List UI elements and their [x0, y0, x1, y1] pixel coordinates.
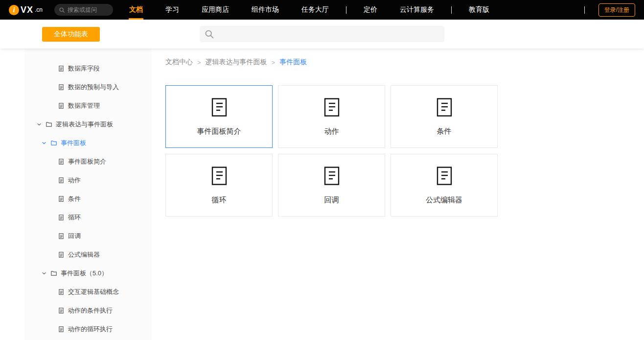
nav-divider [584, 6, 585, 14]
nav-item-2[interactable]: 应用商店 [190, 0, 240, 20]
sidebar-item-label: 循环 [68, 213, 81, 222]
sidebar-item-label: 数据库字段 [68, 64, 100, 73]
nav-divider [346, 6, 346, 14]
nav-item-9[interactable]: 教育版 [458, 0, 501, 20]
card-label: 事件面板简介 [197, 127, 241, 136]
sidebar-doc-item[interactable]: 回调 [24, 227, 152, 245]
nav-item-0[interactable]: 文档 [118, 0, 154, 20]
nav-item-6[interactable]: 定价 [352, 0, 389, 20]
sidebar-tree: 数据库字段数据的预制与导入数据库管理逻辑表达与事件面板事件面板事件面板简介动作条… [24, 59, 152, 339]
sidebar-item-label: 条件 [68, 194, 81, 203]
file-text-icon [436, 97, 453, 117]
search-icon [204, 29, 214, 39]
search-icon [59, 7, 65, 13]
sidebar-doc-item[interactable]: 数据库管理 [24, 97, 152, 115]
sidebar-doc-item[interactable]: 循环 [24, 208, 152, 227]
sidebar-item-label: 事件面板简介 [68, 157, 106, 166]
breadcrumb: 文档中心>逻辑表达与事件面板>事件面板 [165, 58, 307, 67]
doc-icon [58, 195, 65, 202]
breadcrumb-item[interactable]: 逻辑表达与事件面板 [206, 58, 267, 67]
card-label: 公式编辑器 [426, 195, 462, 205]
file-text-icon [323, 166, 340, 186]
doc-card[interactable]: 事件面板简介 [165, 85, 273, 148]
nav-search-input[interactable] [68, 6, 109, 13]
card-label: 动作 [324, 127, 339, 136]
sidebar: 数据库字段数据的预制与导入数据库管理逻辑表达与事件面板事件面板事件面板简介动作条… [24, 49, 152, 340]
content-area: 数据库字段数据的预制与导入数据库管理逻辑表达与事件面板事件面板事件面板简介动作条… [0, 49, 644, 340]
doc-icon [58, 84, 65, 91]
logo-brand-text: VX [21, 5, 33, 15]
doc-icon [58, 102, 65, 109]
doc-icon [58, 233, 65, 240]
doc-icon [58, 289, 65, 295]
sidebar-doc-item[interactable]: 数据库字段 [24, 59, 152, 78]
sidebar-item-label: 公式编辑器 [68, 250, 100, 259]
doc-icon [58, 158, 65, 165]
doc-icon [58, 65, 65, 72]
nav-item-1[interactable]: 学习 [154, 0, 190, 20]
sidebar-doc-item[interactable]: 动作的条件执行 [24, 301, 152, 320]
sidebar-folder-item[interactable]: 事件面板 [24, 134, 152, 152]
doc-icon [58, 326, 65, 333]
sidebar-doc-item[interactable]: 公式编辑器 [24, 245, 152, 264]
doc-icon [58, 177, 65, 184]
card-label: 循环 [212, 195, 227, 205]
breadcrumb-item[interactable]: 文档中心 [165, 58, 193, 67]
card-label: 条件 [437, 127, 452, 136]
sidebar-item-label: 动作 [68, 176, 81, 185]
file-text-icon [211, 166, 228, 186]
login-register-button[interactable]: 登录/注册 [598, 3, 635, 17]
topnav-right: 登录/注册 [578, 3, 635, 17]
nav-search[interactable] [54, 4, 113, 16]
sidebar-doc-item[interactable]: 动作的循环执行 [24, 320, 152, 339]
card-label: 回调 [324, 195, 339, 205]
breadcrumb-separator: > [272, 59, 276, 66]
sidebar-doc-item[interactable]: 条件 [24, 190, 152, 208]
brand-logo[interactable]: i VX .cn [9, 5, 43, 15]
doc-search-input[interactable] [218, 30, 440, 38]
doc-icon [58, 214, 65, 221]
nav-item-3[interactable]: 组件市场 [240, 0, 290, 20]
top-navbar: i VX .cn 文档学习应用商店组件市场任务大厅定价云计算服务教育版 登录/注… [0, 0, 644, 20]
sub-header: 全体功能表 [0, 20, 644, 49]
doc-search[interactable] [200, 26, 444, 42]
sidebar-folder-item[interactable]: 事件面板（5.0） [24, 264, 152, 283]
sidebar-item-label: 事件面板 [61, 139, 86, 147]
chevron-down-icon [41, 270, 47, 276]
doc-card[interactable]: 循环 [165, 154, 273, 217]
file-text-icon [436, 166, 453, 186]
sidebar-folder-item[interactable]: 逻辑表达与事件面板 [24, 115, 152, 134]
sidebar-doc-item[interactable]: 数据的预制与导入 [24, 78, 152, 97]
sidebar-item-label: 回调 [68, 232, 81, 241]
sidebar-item-label: 逻辑表达与事件面板 [56, 120, 113, 129]
sidebar-doc-item[interactable]: 事件面板简介 [24, 152, 152, 171]
doc-card[interactable]: 回调 [278, 154, 385, 217]
doc-icon [58, 307, 65, 314]
file-text-icon [323, 97, 340, 117]
sidebar-doc-item[interactable]: 交互逻辑基础概念 [24, 283, 152, 301]
breadcrumb-item: 事件面板 [279, 58, 307, 67]
sidebar-item-label: 数据库管理 [68, 101, 100, 110]
nav-item-7[interactable]: 云计算服务 [389, 0, 445, 20]
sidebar-item-label: 交互逻辑基础概念 [68, 288, 119, 296]
sidebar-item-label: 动作的循环执行 [68, 325, 113, 334]
all-features-button[interactable]: 全体功能表 [42, 27, 100, 42]
doc-icon [58, 251, 65, 258]
doc-card[interactable]: 公式编辑器 [391, 154, 498, 217]
file-text-icon [211, 97, 228, 117]
doc-card[interactable]: 动作 [278, 85, 385, 148]
main-panel: 文档中心>逻辑表达与事件面板>事件面板 事件面板简介动作条件循环回调公式编辑器 [165, 49, 644, 340]
sidebar-doc-item[interactable]: 动作 [24, 171, 152, 190]
folder-icon [46, 121, 52, 128]
folder-icon [50, 140, 57, 146]
sidebar-item-label: 数据的预制与导入 [68, 83, 119, 92]
breadcrumb-separator: > [197, 59, 201, 66]
logo-domain-text: .cn [35, 6, 43, 13]
nav-item-4[interactable]: 任务大厅 [290, 0, 340, 20]
chevron-down-icon [41, 140, 47, 146]
sidebar-item-label: 动作的条件执行 [68, 306, 113, 315]
doc-card[interactable]: 条件 [391, 85, 498, 148]
primary-nav: 文档学习应用商店组件市场任务大厅定价云计算服务教育版 [118, 0, 501, 20]
logo-i-icon: i [9, 5, 19, 15]
folder-icon [50, 270, 57, 277]
